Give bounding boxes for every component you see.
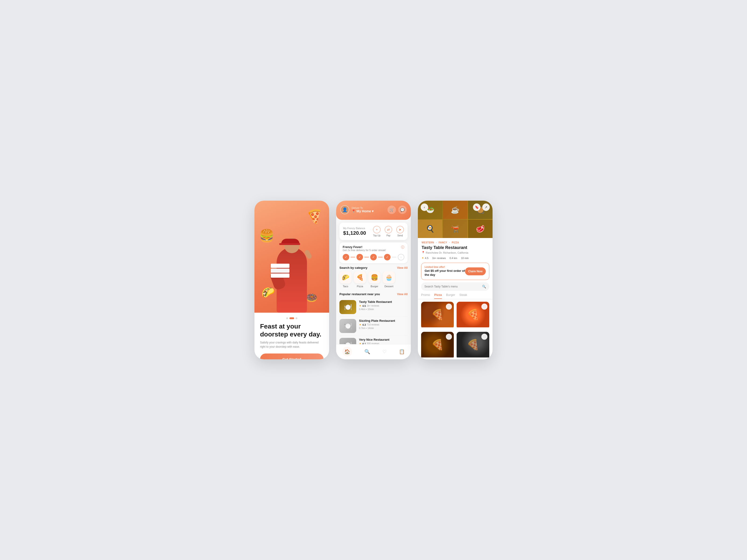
- balance-left: My Frenzy Balance $1,120.00: [343, 227, 366, 236]
- restaurant-rating-2: ★ 4.3 710 reviews: [359, 323, 408, 326]
- food-card-original-pizza[interactable]: ♡ 🍕 Original Pizza $20 $30: [421, 302, 454, 329]
- claim-now-button[interactable]: Claim Now: [465, 267, 486, 275]
- favorite-button-3[interactable]: ♡: [446, 334, 452, 340]
- dessert-category-icon: 🧁: [383, 271, 395, 284]
- food-emoji-4: 🍕: [467, 339, 480, 351]
- bottom-navigation: 🏠 🔍 ♡ 📋: [336, 344, 411, 359]
- rating-value-3: 4.1: [362, 342, 366, 344]
- restaurant-info-section: WESTERN • FANCY • PIZZA Tasty Table Rest…: [418, 238, 493, 263]
- location-pin-icon: 📍: [352, 209, 356, 213]
- restaurant-rating-3: ★ 4.1 500 reviews: [359, 342, 408, 344]
- progress-line-4: [392, 257, 396, 257]
- tab-pizza[interactable]: Pizza: [434, 293, 442, 299]
- balance-label: My Frenzy Balance: [343, 227, 366, 230]
- search-bar[interactable]: 🔍: [421, 282, 489, 291]
- pay-action[interactable]: ⇄ Pay: [385, 226, 392, 237]
- dot-1: [286, 317, 288, 319]
- deliver-location[interactable]: 📍 My Home ▾: [352, 209, 374, 213]
- back-button[interactable]: ‹: [421, 204, 428, 211]
- pay-icon: ⇄: [385, 226, 392, 233]
- taco-category-icon: 🌮: [339, 271, 352, 284]
- food-tile-4: 🍳: [418, 219, 442, 238]
- progress-line-3: [378, 257, 383, 257]
- popular-view-all[interactable]: View All: [397, 293, 408, 296]
- hero-background: 🍕 🍔 🌮 🍩: [254, 201, 329, 313]
- message-icon-button[interactable]: 💬: [398, 206, 407, 214]
- top-up-icon: ＋: [373, 226, 381, 233]
- user-avatar[interactable]: 👤: [340, 205, 349, 214]
- food-card-mushroom-pizza[interactable]: ♡ 🍕 Mushroom Pizza $18 $28: [421, 332, 454, 359]
- stat-time: 10 min: [461, 257, 469, 260]
- restaurant-stats: ★ 4.5 1k+ reviews 0.4 km 10 min: [421, 257, 489, 260]
- screen-home: 👤 Deliver To 📍 My Home ▾ 🛒 💬: [336, 201, 411, 359]
- restaurant-tasty-table[interactable]: 🍽️ Tasty Table Restaurant ★ 4.5 1k+ revi…: [339, 298, 408, 317]
- carousel-dots: [260, 317, 324, 319]
- avatar-deliver-section: 👤 Deliver To 📍 My Home ▾: [340, 205, 374, 214]
- tag-fancy: FANCY: [439, 241, 447, 244]
- review-count-3: 500 reviews: [367, 342, 379, 344]
- restaurant-thumb-1: 🍽️: [339, 300, 356, 314]
- frenzy-info-icon[interactable]: ⓘ: [401, 245, 404, 249]
- search-icon: 🔍: [482, 285, 486, 288]
- restaurant-hero: 🥗 ☕ 🥘 🍳 🫕 🥩 ‹ 🔖 ↗: [418, 201, 493, 238]
- restaurant-thumb-2: 🍽️: [339, 319, 356, 333]
- nav-search[interactable]: 🔍: [364, 349, 370, 354]
- cart-icon-button[interactable]: 🛒: [387, 206, 396, 214]
- frenzy-subtitle: Get 2x free delivery for 5 order streak!: [343, 249, 386, 251]
- nav-orders[interactable]: 📋: [399, 349, 405, 354]
- category-dessert[interactable]: 🧁 Dessert: [383, 271, 395, 288]
- frenzy-title: Frenzy Fever!: [343, 245, 386, 249]
- tab-promo[interactable]: Promo: [421, 293, 430, 299]
- frenzy-header: Frenzy Fever! Get 2x free delivery for 5…: [343, 245, 404, 251]
- pizza-emoji: 🍕: [304, 205, 324, 225]
- get-started-button[interactable]: Get Started: [260, 353, 324, 359]
- restaurant-verynice[interactable]: 🍽️ Very Nice Restaurant ★ 4.1 500 review…: [339, 336, 408, 344]
- tab-steak[interactable]: Steak: [459, 293, 467, 299]
- restaurant-sizzling[interactable]: 🍽️ Sizzling Plate Restaurant ★ 4.3 710 r…: [339, 317, 408, 336]
- favorite-button-2[interactable]: ♡: [481, 303, 487, 310]
- popular-header: Popular restaurant near you View All: [336, 290, 411, 298]
- favorite-button-4[interactable]: ♡: [481, 334, 487, 340]
- delivery-person: [268, 224, 315, 313]
- restaurant-thumb-3: 🍽️: [339, 338, 356, 344]
- balance-row: My Frenzy Balance $1,120.00 ＋ Top Up ⇄ P…: [343, 226, 404, 237]
- send-action[interactable]: ➤ Send: [396, 226, 404, 237]
- category-taco[interactable]: 🌮 Taco: [339, 271, 352, 288]
- bookmark-button[interactable]: 🔖: [473, 204, 481, 211]
- step-1: ✓: [343, 254, 349, 260]
- step-2: ✓: [357, 254, 363, 260]
- category-burger[interactable]: 🍔 Burger: [368, 271, 381, 288]
- category-pizza[interactable]: 🍕 Pizza: [354, 271, 366, 288]
- frenzy-progress: ✓ ✓ ✓ ✓ ○: [343, 254, 404, 260]
- search-input[interactable]: [424, 285, 480, 288]
- restaurant-name-1: Tasty Table Restaurant: [359, 300, 408, 303]
- nav-favorites[interactable]: ♡: [382, 349, 387, 354]
- dot-3: [295, 317, 298, 319]
- top-up-action[interactable]: ＋ Top Up: [373, 226, 381, 237]
- progress-line-2: [364, 257, 369, 257]
- food-card-cheese-pizza[interactable]: ♡ 🍕 Cheese Pizza $22 $32: [457, 332, 489, 359]
- offer-banner: Limited time offer! Get $5 off your firs…: [421, 263, 489, 280]
- rating-value-2: 4.3: [362, 323, 366, 326]
- food-tile-5: 🫕: [443, 219, 467, 238]
- dot-2: [289, 317, 294, 319]
- splash-title: Feast at your doorstep every day.: [260, 322, 324, 338]
- restaurant-info-2: Sizzling Plate Restaurant ★ 4.3 710 revi…: [359, 319, 408, 333]
- categories-title: Search by category: [339, 266, 367, 269]
- tab-burger[interactable]: Burger: [446, 293, 455, 299]
- restaurants-list: 🍽️ Tasty Table Restaurant ★ 4.5 1k+ revi…: [336, 298, 411, 344]
- star-icon-3: ★: [359, 342, 361, 344]
- categories-view-all[interactable]: View All: [397, 266, 408, 269]
- stat-star-icon: ★: [421, 257, 424, 260]
- share-button[interactable]: ↗: [482, 204, 490, 211]
- food-card-barbeque-pizza[interactable]: ♡ 🍕 Barbeque Pizza $25 $35: [457, 302, 489, 329]
- star-icon-1: ★: [359, 304, 361, 307]
- nav-home[interactable]: 🏠: [342, 347, 352, 356]
- tag-western: WESTERN: [421, 241, 434, 244]
- stat-distance: 0.4 km: [449, 257, 457, 260]
- favorite-button-1[interactable]: ♡: [446, 303, 452, 310]
- progress-line-1: [351, 257, 355, 257]
- step-5: ○: [398, 254, 404, 260]
- screen-splash: 🍕 🍔 🌮 🍩: [254, 201, 329, 359]
- hero-right-icons: 🔖 ↗: [473, 204, 490, 211]
